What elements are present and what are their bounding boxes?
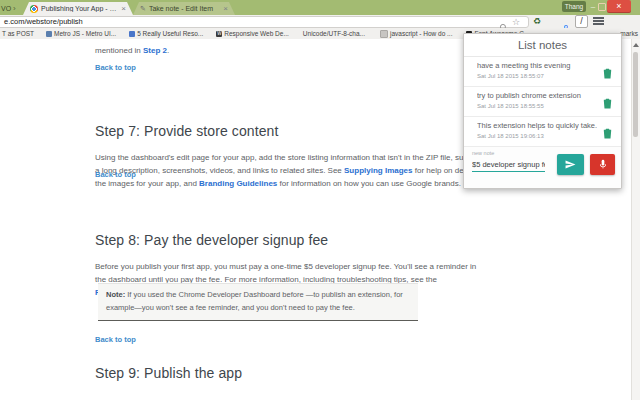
note-list-item: try to publish chrome extension Sat Jul … xyxy=(464,87,621,117)
send-note-button[interactable] xyxy=(557,154,584,175)
step7-heading: Step 7: Provide store content xyxy=(95,123,278,139)
bookmark-item[interactable]: T as POST xyxy=(2,30,34,37)
note-timestamp: Sat Jul 18 2015 18:55:55 xyxy=(477,102,597,111)
window-maximize-button[interactable] xyxy=(598,3,606,11)
note-text: This extension helps to quickly take... xyxy=(477,120,597,132)
extension-dim-icon[interactable] xyxy=(546,16,558,27)
bookmark-label: T as POST xyxy=(2,30,34,37)
window-close-button[interactable]: × xyxy=(607,0,631,13)
w-favicon-icon: W xyxy=(216,31,222,37)
tab-title: Publishing Your App - G... xyxy=(41,5,118,12)
address-bar[interactable]: e.com/webstore/publish ☆ xyxy=(0,16,529,28)
bookmark-item[interactable]: W Responsive Web De... xyxy=(216,30,289,37)
bookmark-label: Unicode/UTF-8-cha... xyxy=(303,30,365,37)
bookmark-item[interactable]: 5 Really Useful Reso... xyxy=(129,30,203,37)
doc-favicon-icon xyxy=(129,31,135,37)
page-scrollbar[interactable] xyxy=(631,39,640,400)
new-note-label: new note xyxy=(472,150,494,156)
step7-paragraph: Using the dashboard's edit page for your… xyxy=(95,151,489,190)
other-bookmarks-fragment[interactable]: marks xyxy=(620,28,638,39)
step9-heading: Step 9: Publish the app xyxy=(95,365,242,381)
bookmark-label: javascript - How do ... xyxy=(390,30,453,37)
back-to-top-link[interactable]: Back to top xyxy=(95,63,136,72)
note-label: Note: xyxy=(106,290,125,299)
titlebar: VO › Publishing Your App - G... × ✎ Take… xyxy=(0,0,640,15)
tab-title: Take note - Edit Item xyxy=(149,5,220,12)
new-note-input[interactable] xyxy=(472,157,545,172)
scrollbar-up-arrow-icon[interactable] xyxy=(633,43,639,47)
tab-overflow-fragment[interactable]: VO xyxy=(1,2,11,15)
window-minimize-button[interactable]: – xyxy=(589,1,597,12)
hamburger-menu-icon[interactable] xyxy=(593,17,604,26)
tab-close-icon[interactable]: × xyxy=(121,2,126,15)
tab-publishing-your-app[interactable]: Publishing Your App - G... × xyxy=(23,2,133,15)
pencil-favicon-icon: ✎ xyxy=(140,5,146,13)
branding-guidelines-link[interactable]: Branding Guidelines xyxy=(199,179,277,188)
bookmark-item[interactable]: javascript - How do ... xyxy=(380,30,453,38)
supplying-images-link[interactable]: Supplying Images xyxy=(344,166,412,175)
note-list-item: have a meeting this evening Sat Jul 18 2… xyxy=(464,57,621,87)
note-text: have a meeting this evening xyxy=(477,60,597,72)
bookmark-star-icon[interactable]: ☆ xyxy=(512,16,520,28)
person-favicon-icon xyxy=(46,31,52,37)
url-text: e.com/webstore/publish xyxy=(4,17,83,27)
back-to-top-link[interactable]: Back to top xyxy=(95,335,136,344)
delete-note-trash-icon[interactable] xyxy=(603,65,612,76)
extension-translate-icon[interactable]: A xyxy=(560,16,572,27)
bookmark-label: Metro JS - Metro UI... xyxy=(54,30,116,37)
new-note-section: new note xyxy=(464,147,621,188)
microphone-icon xyxy=(599,159,607,170)
delete-note-trash-icon[interactable] xyxy=(603,125,612,136)
chrome-favicon-icon xyxy=(30,5,38,13)
step8-heading: Step 8: Pay the developer signup fee xyxy=(95,232,328,248)
bookmark-item[interactable]: Unicode/UTF-8-cha... xyxy=(303,30,365,37)
note-callout-box: Note: If you used the Chrome Developer D… xyxy=(98,283,418,321)
send-paper-plane-icon xyxy=(565,160,576,169)
delete-note-trash-icon[interactable] xyxy=(603,95,612,106)
note-list-item: This extension helps to quickly take... … xyxy=(464,117,621,147)
voice-note-mic-button[interactable] xyxy=(590,154,615,175)
extension-list-notes-icon[interactable]: / xyxy=(575,15,588,28)
bookmark-label: 5 Really Useful Reso... xyxy=(137,30,203,37)
back-to-top-link[interactable]: Back to top xyxy=(95,170,136,179)
browser-toolbar: e.com/webstore/publish ☆ ♻ A / xyxy=(0,15,640,28)
note-text: try to publish chrome extension xyxy=(477,90,597,102)
extension-recycle-icon[interactable]: ♻ xyxy=(531,16,543,27)
profile-user-button[interactable]: Thang xyxy=(562,1,586,12)
note-timestamp: Sat Jul 18 2015 19:06:13 xyxy=(477,132,597,141)
tab-close-icon[interactable]: × xyxy=(223,2,228,15)
bookmark-item[interactable]: Metro JS - Metro UI... xyxy=(46,30,116,37)
note-timestamp: Sat Jul 18 2015 18:55:07 xyxy=(477,72,597,81)
page-favicon-icon xyxy=(380,30,388,38)
popup-title: List notes xyxy=(464,34,621,57)
tab-overflow-chevron-icon: › xyxy=(13,2,16,15)
scrollbar-thumb[interactable] xyxy=(633,52,638,137)
tab-take-note[interactable]: ✎ Take note - Edit Item × xyxy=(133,2,235,15)
step2-link[interactable]: Step 2 xyxy=(143,46,167,55)
bookmark-label: Responsive Web De... xyxy=(224,30,289,37)
list-notes-popup: List notes have a meeting this evening S… xyxy=(463,33,622,189)
